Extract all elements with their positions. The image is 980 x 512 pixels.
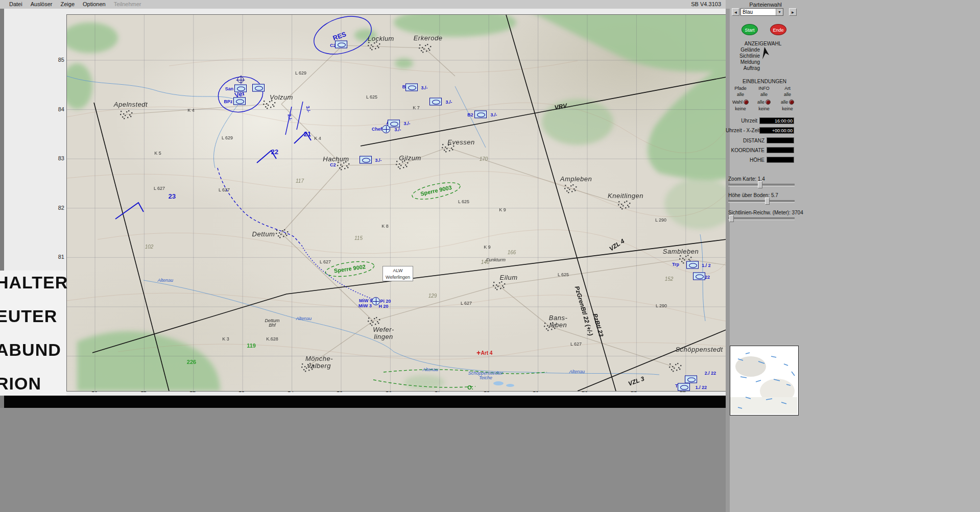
slider-track[interactable] [728,217,795,220]
einblendungen-col-header: Pfade [734,86,747,92]
slider-track[interactable] [728,200,795,203]
option-selected[interactable]: alle [781,100,788,105]
control-panel: Parteienwahl ◄ Blau ▼ ► Start Ende ANZEI… [726,0,980,512]
map-label: 21 [304,131,311,138]
slider-track[interactable] [728,184,795,186]
slider-value: 3704 [792,210,803,215]
map-label: Wefer- lingen [373,326,394,340]
unit-symbol[interactable] [693,273,705,280]
radio-button[interactable] [789,100,794,105]
option-keine[interactable]: keine [782,106,793,112]
overview-minimap[interactable] [730,346,799,416]
start-button[interactable]: Start [742,24,758,35]
unit-symbol[interactable] [360,156,372,164]
option-selected[interactable]: alle [757,100,764,105]
anzeigewahl-item-sichtlinie[interactable]: Sichtlinie [726,53,760,59]
map-label: Dettum Bhf [265,319,279,328]
anzeigewahl-item-auftrag[interactable]: Auftrag [726,65,760,71]
menu-auslöser[interactable]: Auslöser [31,1,53,7]
panel-divider [726,9,730,512]
version-label: SB V4.3103 [691,1,721,7]
distanz-label: DISTANZ [726,138,764,143]
map-label: K 4 [187,108,195,113]
unit-symbol[interactable] [233,97,246,105]
einblendungen-columns: PfadealleWahlkeineINFOalleallekeineArtal… [729,86,799,112]
unit-symbol[interactable] [237,77,244,83]
party-next-button[interactable]: ► [789,8,797,16]
map-label: 226 [187,359,196,365]
menu-teilnehmer: Teilnehmer [114,1,141,7]
option-selected[interactable]: Wahl [732,100,743,105]
alw-label-box: ALW Weferlingen [383,266,413,281]
distanz-field [767,137,794,143]
unit-symbol[interactable] [678,383,690,391]
radio-button[interactable] [744,100,749,105]
option-alle[interactable]: alle [737,92,744,98]
alw-line1: ALW [383,267,413,274]
option-keine[interactable]: keine [758,106,770,112]
map-label: Schöppenstedt [675,346,723,353]
unit-symbol[interactable] [429,98,442,106]
menu-datei[interactable]: Datei [9,1,22,7]
map-label: K 9 [499,208,506,212]
unit-symbol[interactable] [382,125,390,133]
party-choice-title: Parteienwahl [730,2,801,8]
map-label: San [225,87,234,91]
option-alle[interactable]: alle [760,92,768,98]
unit-symbol[interactable] [685,376,697,383]
map-label: K 5 [154,151,161,156]
slider-thumb[interactable] [765,198,770,205]
map-label: B2 [467,113,473,117]
unit-symbol[interactable] [474,111,487,118]
unit-symbol[interactable] [335,41,347,48]
map-label: 3./- [394,128,401,132]
slider-thumb[interactable] [758,181,762,188]
map-label: Locklum [368,35,394,42]
option-alle[interactable]: alle [784,92,791,98]
unit-symbol[interactable] [388,120,400,128]
einblendungen-col-pfade: PfadealleWahlkeine [729,86,752,112]
unit-symbol[interactable] [405,84,418,91]
einblendungen-col-art: Artalleallekeine [776,86,799,112]
party-prev-button[interactable]: ◄ [732,8,739,16]
map-label: K 7 [413,106,420,110]
map-canvas[interactable]: LocklumErkerodeApelnstedtVolzumEvessenHa… [66,14,727,392]
xzeit-label: Uhrzeit - X-Zeit [726,128,757,133]
party-select[interactable]: Blau ▼ [740,8,783,16]
koordinate-field [767,147,794,153]
menu-optionen[interactable]: Optionen [83,1,106,7]
map-label: 129 [428,294,437,299]
map-label: K 8 [381,224,389,229]
map-frame: 85848382818079 1011121314151617181920212… [4,9,726,396]
map-label: 115 [354,236,363,241]
map-label: Altenau [569,370,585,374]
map-label: 146 [481,260,490,265]
unit-symbol[interactable] [252,84,265,92]
radio-button[interactable] [766,100,771,105]
unit-symbol[interactable] [372,297,380,305]
map-label: 3./- [445,100,452,105]
callsign-word: HALTER [0,273,68,292]
map-label: Gilzum [399,155,421,162]
slider-thumb[interactable] [729,215,734,222]
chevron-down-icon[interactable]: ▼ [776,9,783,15]
map-label: K 4 [314,136,321,141]
anzeigewahl-item-meldung[interactable]: Meldung [726,59,760,65]
map-label: L 627 [320,260,331,264]
slider-label: Höhe über Boden: 5.7 [728,192,778,198]
unit-symbol[interactable] [686,261,699,269]
callsign-words-strip: HALTEREUTERABUNDRION [0,271,66,396]
slider-label: Sichtlinien-Reichw. (Meter): 3704 [728,210,803,215]
ende-button[interactable]: Ende [770,24,786,35]
einblendungen-col-header: Art [784,86,791,92]
unit-symbol[interactable] [234,85,247,92]
map-label: Erkerode [414,35,443,42]
map-label: 3./- [403,121,410,126]
grid-row-label: 81 [49,254,64,260]
map-label: L 627 [461,301,472,306]
hoehe-field [767,157,794,163]
anzeigewahl-item-gelände[interactable]: Gelände [726,47,760,53]
menu-zeige[interactable]: Zeige [60,1,75,7]
option-keine[interactable]: keine [735,106,746,112]
map-label: 3./- [375,158,381,163]
